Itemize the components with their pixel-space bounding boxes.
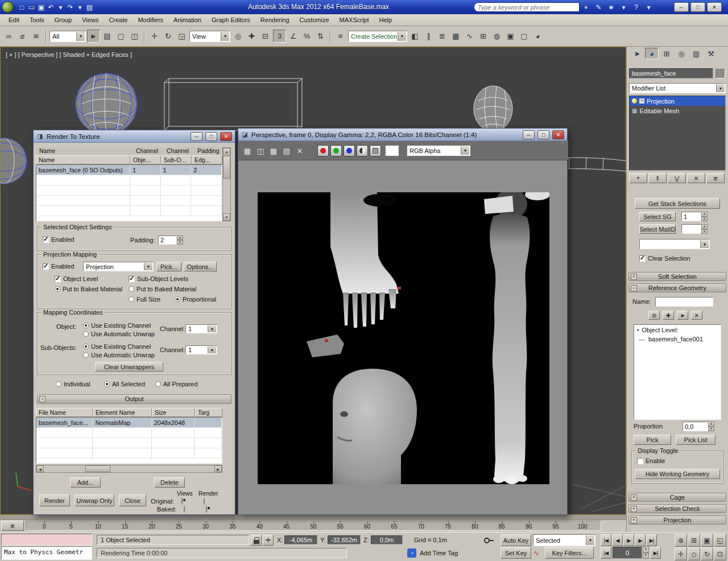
next-frame-icon[interactable]: ▶ xyxy=(635,534,646,546)
align-icon[interactable]: ∥ xyxy=(422,30,435,43)
menu-item[interactable]: Graph Editors xyxy=(206,14,255,26)
modifier-stack[interactable]: + Projection ▦ Editable Mesh xyxy=(629,96,726,171)
subobject-use-automatic-radio[interactable]: Use Automatic Unwrap xyxy=(83,352,155,358)
sub-object-levels-checkbox[interactable]: Sub-Object Levels xyxy=(129,275,188,282)
rollout-soft-selection[interactable]: Soft Selection xyxy=(628,272,726,281)
tab-create[interactable]: ➤ xyxy=(630,48,644,59)
radio-icon[interactable] xyxy=(83,352,89,358)
pick-list-button[interactable]: Pick List xyxy=(676,435,715,445)
minimize-button[interactable]: ─ xyxy=(523,130,535,139)
chevron-down-icon[interactable] xyxy=(76,32,85,41)
object-level-checkbox[interactable]: Object Level xyxy=(55,275,98,282)
spinner-up-icon[interactable] xyxy=(701,224,708,229)
z-coordinate-field[interactable]: 0,0m xyxy=(371,535,403,544)
spinner-up-icon[interactable] xyxy=(708,422,714,427)
time-tick[interactable]: 10 xyxy=(85,523,111,530)
search-icon[interactable]: ⌖ xyxy=(581,2,591,13)
select-and-scale-icon[interactable]: ◲ xyxy=(175,30,188,43)
reference-geometry-list[interactable]: ● Object Level: — basemesh_face001 xyxy=(634,324,721,420)
trackbar[interactable] xyxy=(0,515,626,520)
communication-center-icon[interactable]: ✎ xyxy=(594,2,603,13)
select-and-link-icon[interactable]: ∞ xyxy=(2,30,15,43)
chevron-down-icon[interactable] xyxy=(586,535,594,545)
render-button[interactable]: Render xyxy=(39,494,70,506)
table-row[interactable]: basemesh_face (0 SO Outputs) 1 1 2 xyxy=(36,165,222,175)
collapse-icon[interactable] xyxy=(631,285,637,291)
enabled-checkbox[interactable]: Enabled xyxy=(43,236,74,243)
background-color-swatch[interactable] xyxy=(385,145,399,156)
menu-item[interactable]: Group xyxy=(49,14,77,26)
chevron-down-icon[interactable] xyxy=(700,240,709,248)
select-by-name-icon[interactable]: ▤ xyxy=(101,30,114,43)
save-image-icon[interactable]: ▦ xyxy=(242,145,253,156)
tab-display[interactable]: ▥ xyxy=(689,48,703,59)
use-center-icon[interactable]: ◎ xyxy=(231,30,245,43)
proportion-spinner[interactable]: 0,0 xyxy=(682,422,714,431)
rendered-frame-icon[interactable]: ▢ xyxy=(518,30,531,43)
table-row[interactable] xyxy=(36,206,222,216)
output-table-scrollbar[interactable]: ◀ ▶ xyxy=(36,465,222,473)
radio-icon[interactable] xyxy=(55,286,60,292)
subobject-channel-dropdown[interactable]: 1 xyxy=(185,345,217,354)
close-button[interactable]: ✕ xyxy=(552,130,564,139)
time-tick[interactable]: 5 xyxy=(57,523,84,530)
favorites-icon[interactable]: ★ xyxy=(606,2,616,13)
selection-filter-dropdown[interactable]: All xyxy=(49,31,86,42)
time-tick[interactable]: 15 xyxy=(111,523,138,530)
play-icon[interactable]: ▶ xyxy=(623,534,634,546)
menu-item[interactable]: Animation xyxy=(168,14,206,26)
rfw-titlebar[interactable]: ◪ Perspective, frame 0, Display Gamma: 2… xyxy=(238,129,567,141)
close-button[interactable]: ✕ xyxy=(220,132,232,141)
frame-spinner[interactable] xyxy=(643,547,649,559)
redo-icon[interactable]: ↷ xyxy=(65,2,75,13)
menu-item[interactable]: Views xyxy=(77,14,104,26)
close-button[interactable]: ✕ xyxy=(707,2,722,12)
select-matid-button[interactable]: Select MatID xyxy=(639,224,676,234)
tab-utilities[interactable]: ⚒ xyxy=(704,48,718,59)
time-ruler[interactable]: 0510152025303540455055606570758085909510… xyxy=(26,521,601,531)
list-item[interactable]: — basemesh_face001 xyxy=(636,336,718,343)
ribbon-toggle-icon[interactable]: ▦ xyxy=(449,30,462,43)
curve-editor-icon[interactable]: ∿ xyxy=(463,30,476,43)
select-and-move-icon[interactable]: ✛ xyxy=(148,30,161,43)
layer-manager-icon[interactable]: ≣ xyxy=(436,30,449,43)
undo-dropdown-icon[interactable]: ▾ xyxy=(56,2,65,13)
previous-frame-icon[interactable]: ◀ xyxy=(612,534,623,546)
maximize-button[interactable]: □ xyxy=(205,132,217,141)
current-frame-field[interactable]: 0 xyxy=(613,547,642,559)
checkbox-icon[interactable] xyxy=(55,276,61,282)
print-image-icon[interactable]: ▤ xyxy=(281,145,292,156)
configure-modifier-sets-icon[interactable]: ≣ xyxy=(706,173,725,183)
minimize-button[interactable]: ─ xyxy=(191,132,202,141)
bind-to-space-warp-icon[interactable]: ≋ xyxy=(30,30,43,43)
modifier-stack-item-editable-mesh[interactable]: ▦ Editable Mesh xyxy=(630,106,725,116)
select-object-icon[interactable]: ► xyxy=(87,30,100,43)
rtt-titlebar[interactable]: ◨ Render To Texture ─ □ ✕ xyxy=(34,130,235,143)
table-row[interactable] xyxy=(36,448,222,459)
time-tick[interactable]: 95 xyxy=(542,523,569,530)
orbit-icon[interactable]: ↻ xyxy=(701,547,713,560)
pick-button[interactable]: Pick xyxy=(634,435,671,445)
zoom-icon[interactable]: ⊕ xyxy=(675,534,687,547)
time-tick[interactable]: 20 xyxy=(138,523,165,530)
table-row[interactable] xyxy=(36,185,222,196)
radio-icon[interactable] xyxy=(83,331,89,337)
select-sg-button[interactable]: Select SG xyxy=(639,212,676,221)
rendered-image[interactable] xyxy=(258,192,549,484)
select-and-manipulate-icon[interactable]: ✚ xyxy=(245,30,258,43)
spinner-up-icon[interactable] xyxy=(701,212,708,217)
blue-channel-icon[interactable] xyxy=(344,145,355,156)
radio-icon[interactable] xyxy=(56,381,61,387)
maxscript-listener-field[interactable]: Max to Physcs Geometr xyxy=(1,546,92,560)
zoom-extents-icon[interactable]: ▣ xyxy=(701,534,713,547)
zoom-all-icon[interactable]: ⊞ xyxy=(688,534,700,547)
enable-checkbox[interactable]: Enable xyxy=(637,457,665,464)
clear-selection-checkbox[interactable]: Clear Selection xyxy=(639,255,690,262)
projection-options-button[interactable]: Options... xyxy=(184,262,217,271)
make-unique-icon[interactable]: ⋁ xyxy=(668,173,686,183)
help-dropdown-icon[interactable]: ▾ xyxy=(644,2,653,13)
objects-header-row2[interactable]: Name Obje... Sub-O... Edg... xyxy=(36,155,222,164)
object-use-automatic-radio[interactable]: Use Automatic Unwrap xyxy=(83,331,155,337)
remove-reference-icon[interactable]: ⊘ xyxy=(648,311,660,320)
next-key-icon[interactable]: ▶| xyxy=(650,547,661,559)
